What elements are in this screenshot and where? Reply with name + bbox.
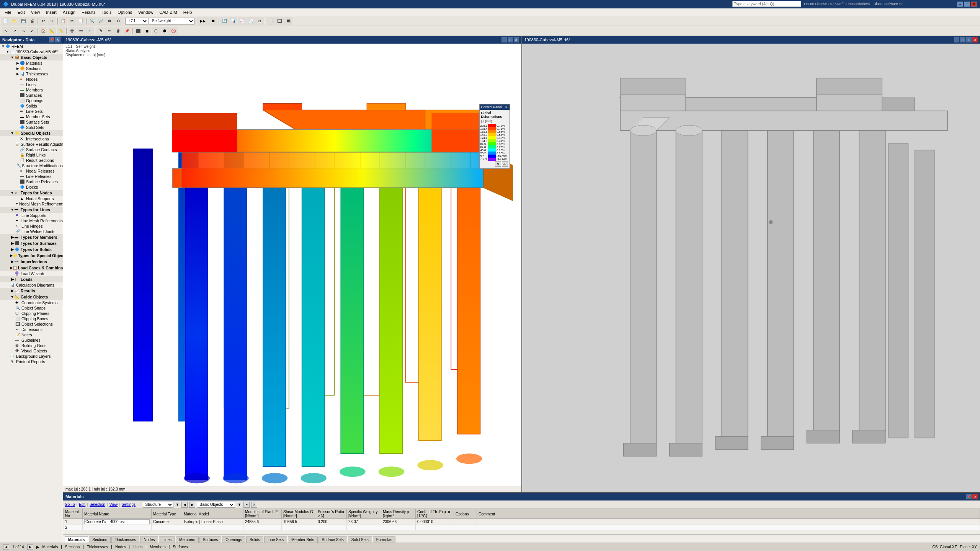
tab-thicknesses[interactable]: Thicknesses bbox=[111, 536, 140, 543]
new-button[interactable]: 📄 bbox=[2, 17, 10, 25]
tree-item-solids[interactable]: 🔷 Solids bbox=[0, 103, 63, 109]
tree-item-solid-sets[interactable]: 🔷 Solid Sets bbox=[0, 125, 63, 130]
toolbar2-btn12[interactable]: ✏ bbox=[105, 27, 114, 35]
tree-item-nodal-supports[interactable]: ▲ Nodal Supports bbox=[0, 196, 63, 201]
tree-item-load-wizards[interactable]: 🔮 Load Wizards bbox=[0, 271, 63, 276]
tree-item-types-solids[interactable]: ▶ 🔷 Types for Solids bbox=[0, 246, 63, 253]
cp-settings-btn[interactable]: ⚙ bbox=[495, 161, 501, 167]
toolbar2-btn3[interactable]: ↘ bbox=[19, 27, 28, 35]
toolbar2-btn2[interactable]: ↗ bbox=[10, 27, 19, 35]
tree-item-calc-diagrams[interactable]: 📊 Calculation Diagrams bbox=[0, 282, 63, 288]
nav-pin-button[interactable]: 📌 bbox=[49, 37, 54, 42]
tree-item-building-grids[interactable]: ⊞ Building Grids bbox=[0, 343, 63, 348]
mat-close-btn[interactable]: ✕ bbox=[972, 494, 978, 499]
toolbar2-btn16[interactable]: ◼ bbox=[143, 27, 151, 35]
selection-label[interactable]: Selection bbox=[90, 502, 105, 507]
tree-item-lines[interactable]: — Lines bbox=[0, 82, 63, 87]
run-btn[interactable]: ▶▶ bbox=[197, 17, 209, 25]
toolbar-btn6[interactable]: 🔍 bbox=[88, 17, 96, 25]
toolbar-btn5[interactable]: 📑 bbox=[77, 17, 85, 25]
maximize-button[interactable]: □ bbox=[964, 2, 970, 7]
toolbar2-btn15[interactable]: ⬛ bbox=[134, 27, 142, 35]
tree-item-line-mesh-ref[interactable]: ✦ Line Mesh Refinements bbox=[0, 218, 63, 223]
tab-formulas[interactable]: Formulas bbox=[373, 536, 396, 543]
tree-item-sections[interactable]: ▶ 🔶 Sections bbox=[0, 66, 63, 71]
mat-nav-prev[interactable]: ◀ bbox=[181, 502, 188, 508]
tree-item-members[interactable]: ▬ Members bbox=[0, 87, 63, 93]
toolbar-extra1[interactable]: 🔄 bbox=[220, 17, 229, 25]
close-button[interactable]: ✕ bbox=[971, 2, 977, 7]
tree-item-rfem[interactable]: ▼ 🔷 RFEM bbox=[0, 44, 63, 49]
tree-item-line-releases[interactable]: — Line Releases bbox=[0, 174, 63, 179]
search-input[interactable] bbox=[732, 1, 801, 7]
redo-button[interactable]: ↪ bbox=[48, 17, 56, 25]
toolbar-btn3[interactable]: 📋 bbox=[59, 17, 67, 25]
tree-item-rigid-links[interactable]: 🔒 Rigid Links bbox=[0, 152, 63, 158]
menu-item-edit[interactable]: Edit bbox=[15, 9, 28, 15]
view-label[interactable]: View bbox=[109, 502, 118, 507]
mat-name-input[interactable] bbox=[84, 519, 150, 524]
open-button[interactable]: 📁 bbox=[10, 17, 19, 25]
tree-item-special-objects[interactable]: ▼ ⭐ Special Objects bbox=[0, 130, 63, 136]
toolbar2-btn4[interactable]: ↙ bbox=[28, 27, 36, 35]
vl-minimize[interactable]: ─ bbox=[501, 37, 507, 42]
tree-item-surface-results-adj[interactable]: 📊 Surface Results Adjustments bbox=[0, 142, 63, 147]
tree-item-types-surfaces[interactable]: ▶ ⬛ Types for Surfaces bbox=[0, 240, 63, 246]
lc-combo[interactable]: LC1 bbox=[125, 18, 148, 24]
control-panel-close[interactable]: ✕ bbox=[505, 105, 508, 109]
menu-item-results[interactable]: Results bbox=[78, 9, 99, 15]
tab-member-sets[interactable]: Member Sets bbox=[288, 536, 317, 543]
minimize-button[interactable]: ─ bbox=[957, 2, 963, 7]
tab-openings[interactable]: Openings bbox=[222, 536, 245, 543]
tree-item-load-cases[interactable]: ▶ 📋 Load Cases & Combinations bbox=[0, 265, 63, 271]
tree-item-nodal-mesh-ref[interactable]: ✦ Nodal Mesh Refinements bbox=[0, 201, 63, 207]
tree-item-line-welded-joints[interactable]: 🔗 Line Welded Joints bbox=[0, 229, 63, 234]
tree-item-line-sets[interactable]: ═ Line Sets bbox=[0, 109, 63, 114]
tree-item-thicknesses[interactable]: ▶ 📊 Thicknesses bbox=[0, 71, 63, 77]
stop-btn[interactable]: ⏹ bbox=[209, 17, 217, 25]
toolbar2-btn17[interactable]: ⬡ bbox=[152, 27, 160, 35]
mat-filter-combo2[interactable]: Basic Objects bbox=[197, 502, 235, 508]
mat-action2[interactable]: ✕ bbox=[251, 502, 257, 508]
menu-item-assign[interactable]: Assign bbox=[60, 9, 78, 15]
tree-item-intersections[interactable]: ✕ Intersections bbox=[0, 136, 63, 142]
vl-maximize[interactable]: □ bbox=[508, 37, 513, 42]
toolbar-view1[interactable]: ⬜ bbox=[266, 17, 275, 25]
tree-item-blocks[interactable]: 🔷 Blocks bbox=[0, 184, 63, 190]
tree-item-types-members[interactable]: ▶ ▬ Types for Members bbox=[0, 234, 63, 240]
toolbar2-btn5[interactable]: 🏠 bbox=[39, 27, 47, 35]
toolbar-extra3[interactable]: 📈 bbox=[238, 17, 246, 25]
tree-item-coord-systems[interactable]: ✚ Coordinate Systems bbox=[0, 300, 63, 305]
tree-item-types-special[interactable]: ▶ ⭐ Types for Special Objects bbox=[0, 253, 63, 259]
mat-action1[interactable]: + bbox=[243, 502, 250, 508]
tab-nodes[interactable]: Nodes bbox=[140, 536, 158, 543]
menu-item-insert[interactable]: Insert bbox=[43, 9, 60, 15]
undo-button[interactable]: ↩ bbox=[39, 17, 47, 25]
toolbar2-btn18[interactable]: ⬢ bbox=[160, 27, 169, 35]
toolbar2-btn11[interactable]: 🖱 bbox=[96, 27, 105, 35]
toolbar-extra2[interactable]: 📊 bbox=[229, 17, 237, 25]
tree-item-types-lines[interactable]: ▼ — Types for Lines bbox=[0, 207, 63, 213]
tree-item-surface-releases[interactable]: ⬛ Surface Releases bbox=[0, 179, 63, 184]
status-prev-btn[interactable]: ◀ bbox=[3, 544, 9, 550]
edit-label[interactable]: Edit bbox=[79, 502, 85, 507]
tree-item-guidelines[interactable]: — Guidelines bbox=[0, 337, 63, 343]
tab-solids[interactable]: Solids bbox=[246, 536, 263, 543]
toolbar-view3[interactable]: 🔳 bbox=[284, 17, 292, 25]
tree-item-clipping-planes[interactable]: ⬡ Clipping Planes bbox=[0, 311, 63, 316]
mat-pin-btn[interactable]: 📌 bbox=[966, 494, 972, 499]
tab-solid-sets[interactable]: Solid Sets bbox=[348, 536, 372, 543]
vr-close[interactable]: ✕ bbox=[972, 37, 978, 42]
tab-sections[interactable]: Sections bbox=[89, 536, 110, 543]
tree-item-clipping-boxes[interactable]: ⬜ Clipping Boxes bbox=[0, 316, 63, 321]
status-next-btn[interactable]: ▶ bbox=[27, 544, 33, 550]
mat-nav-next[interactable]: ▶ bbox=[189, 502, 195, 508]
tree-item-nodes[interactable]: ● Nodes bbox=[0, 77, 63, 82]
menu-item-help[interactable]: Help bbox=[180, 9, 195, 15]
tree-item-types-nodes[interactable]: ▼ ○ Types for Nodes bbox=[0, 190, 63, 196]
nav-close-button[interactable]: ✕ bbox=[55, 37, 60, 42]
tab-lines[interactable]: Lines bbox=[159, 536, 175, 543]
tree-item-object-snaps[interactable]: 🔍 Object Snaps bbox=[0, 305, 63, 311]
tab-surface-sets[interactable]: Surface Sets bbox=[318, 536, 347, 543]
tree-item-member-sets[interactable]: ▬ Member Sets bbox=[0, 114, 63, 119]
